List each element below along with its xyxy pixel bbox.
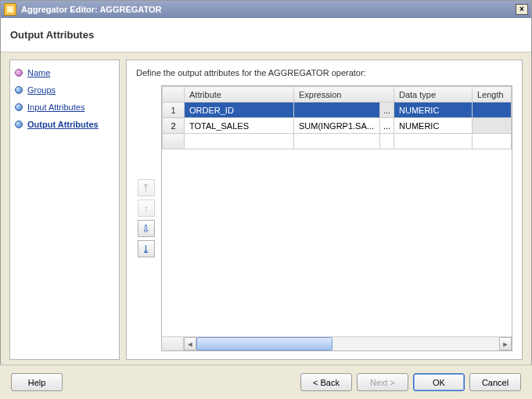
reorder-buttons: ⤒ ↑ ⇩ ⤓ (136, 85, 156, 351)
double-up-icon: ⤒ (142, 183, 150, 193)
cell-datatype[interactable]: NUMERIC (394, 102, 473, 118)
grid[interactable]: Attribute Expression Data type Length 1 … (162, 86, 512, 149)
nav-item-input-attributes[interactable]: Input Attributes (15, 101, 114, 113)
row-number: 1 (162, 102, 184, 118)
content-panel: Define the output attributes for the AGG… (126, 59, 523, 360)
cell-datatype[interactable]: NUMERIC (394, 118, 473, 134)
nav-label: Output Attributes (27, 120, 99, 129)
nav-label: Input Attributes (27, 102, 84, 112)
table-empty-area (162, 149, 512, 336)
scroll-thumb[interactable] (196, 337, 332, 350)
nav-item-name[interactable]: Name (15, 66, 114, 79)
next-button: Next > (357, 373, 408, 391)
back-button[interactable]: < Back (300, 373, 352, 391)
bullet-icon (15, 86, 23, 94)
move-bottom-button[interactable]: ⤓ (138, 240, 155, 257)
col-datatype[interactable]: Data type (394, 87, 473, 102)
bullet-icon (15, 120, 23, 128)
scroll-track[interactable] (196, 337, 499, 350)
nav-label: Name (27, 68, 50, 77)
title-bar: Aggregator Editor: AGGREGATOR × (1, 1, 531, 18)
move-up-button[interactable]: ↑ (138, 200, 155, 217)
table-row[interactable]: 1 ORDER_ID ... NUMERIC (162, 102, 511, 118)
up-icon: ↑ (144, 203, 149, 214)
app-icon (4, 3, 16, 16)
button-bar: Help < Back Next > OK Cancel (0, 365, 532, 399)
table-row[interactable]: 2 TOTAL_SALES SUM(INGRP1.SA... ... NUMER… (162, 118, 511, 134)
cell-attribute[interactable]: ORDER_ID (184, 102, 293, 118)
cell-attribute[interactable]: TOTAL_SALES (184, 118, 293, 134)
page-title: Output Attributes (10, 29, 94, 41)
cancel-button[interactable]: Cancel (469, 373, 521, 391)
nav-item-groups[interactable]: Groups (15, 84, 114, 96)
down-icon: ⇩ (142, 224, 150, 234)
wizard-nav: Name Groups Input Attributes Output Attr… (9, 59, 120, 360)
row-number: 2 (162, 118, 184, 134)
double-down-icon: ⤓ (142, 244, 150, 254)
bullet-icon (15, 69, 23, 77)
cell-length[interactable] (473, 118, 512, 134)
window-title: Aggregator Editor: AGGREGATOR (21, 5, 516, 14)
cell-length[interactable] (473, 134, 512, 149)
nav-label: Groups (27, 85, 56, 95)
cell-datatype[interactable] (394, 134, 473, 149)
cell-expression[interactable] (293, 134, 379, 149)
scroll-left-button[interactable]: ◄ (184, 337, 196, 350)
row-number (162, 134, 184, 149)
horizontal-scrollbar[interactable]: ◄ ► (162, 336, 512, 350)
attributes-table: Attribute Expression Data type Length 1 … (161, 85, 512, 351)
move-top-button[interactable]: ⤒ (138, 179, 155, 196)
help-button[interactable]: Help (11, 373, 63, 391)
col-expression[interactable]: Expression (293, 87, 394, 102)
scroll-right-button[interactable]: ► (499, 337, 512, 350)
corner-cell (162, 87, 184, 102)
nav-item-output-attributes[interactable]: Output Attributes (15, 118, 114, 131)
table-row-empty[interactable] (162, 134, 511, 149)
move-down-button[interactable]: ⇩ (138, 220, 155, 237)
expression-editor-button[interactable]: ... (379, 102, 394, 118)
ok-button[interactable]: OK (413, 373, 465, 391)
header-area: Output Attributes (1, 18, 531, 52)
bullet-icon (15, 103, 23, 111)
expression-editor-button[interactable]: ... (379, 118, 394, 134)
description-text: Define the output attributes for the AGG… (136, 68, 512, 77)
expression-editor-button[interactable] (379, 134, 394, 149)
close-button[interactable]: × (516, 4, 528, 15)
cell-expression[interactable]: SUM(INGRP1.SA... (293, 118, 379, 134)
cell-expression[interactable] (293, 102, 379, 118)
cell-attribute[interactable] (184, 134, 293, 149)
col-length[interactable]: Length (473, 87, 512, 102)
col-attribute[interactable]: Attribute (184, 87, 293, 102)
scrollbar-corner (162, 337, 184, 350)
cell-length[interactable] (473, 102, 512, 118)
